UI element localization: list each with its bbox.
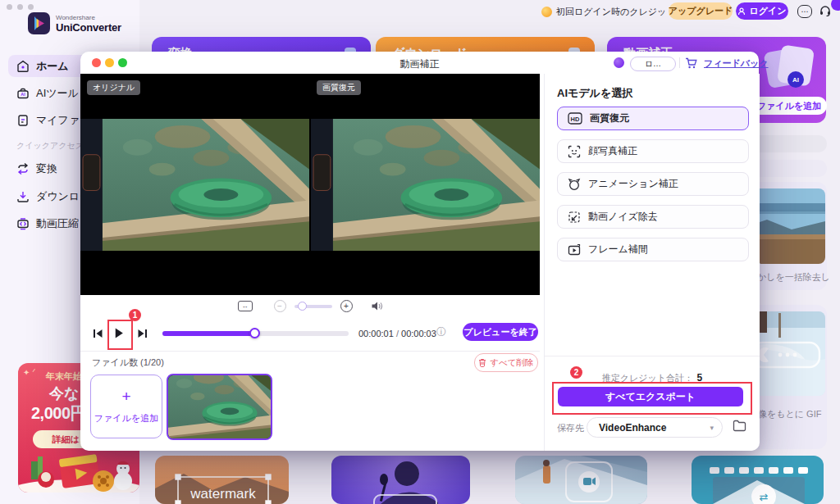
cart-icon[interactable]	[685, 57, 697, 69]
model-option-frame-interpolation[interactable]: フレーム補間	[557, 238, 749, 261]
promo-illustration	[18, 448, 139, 493]
bg-card-remove-watermark[interactable]: watermark	[155, 456, 289, 504]
add-files-tile[interactable]: + ファイルを追加	[90, 375, 162, 438]
svg-text:HD: HD	[571, 116, 580, 123]
seek-bar-fill	[162, 331, 254, 336]
watermark-scene: watermark	[155, 456, 289, 504]
credit-coin-icon	[614, 57, 624, 68]
time-total: 00:00:03	[401, 329, 436, 338]
volume-icon[interactable]	[371, 301, 383, 311]
open-folder-button[interactable]	[733, 420, 746, 432]
sidebar-item-label: 変換	[36, 161, 57, 176]
export-all-label: すべてエクスポート	[605, 390, 696, 404]
dialog-login-button[interactable]: ロ…	[630, 57, 676, 71]
bg-add-files-label: ファイルを追加	[757, 100, 821, 112]
bg-caption-watermark: 透かしを一括除去し	[748, 271, 830, 284]
feedback-link[interactable]: フィードバック	[704, 57, 769, 70]
window-close-button[interactable]	[7, 4, 12, 10]
frame-interp-icon	[568, 243, 581, 257]
preview-enhanced-frame	[311, 119, 540, 251]
app-root: Wondershare UniConverter ホーム AI AIツール マイ…	[0, 0, 840, 504]
end-preview-button[interactable]: プレビューを終了	[463, 323, 538, 341]
file-thumbnail[interactable]	[167, 374, 272, 440]
dialog-titlebar: 動画補正 ロ… フィードバック	[80, 52, 759, 74]
fireworks-icon: ✦ ᐟ	[23, 368, 35, 377]
watermark-text: watermark	[189, 486, 256, 502]
save-location-value: VideoEnhance	[599, 422, 666, 434]
model-label: フレーム補間	[588, 243, 648, 257]
zoom-slider[interactable]	[294, 305, 332, 308]
convert-icon	[16, 162, 30, 175]
zoom-out-button[interactable]: −	[274, 300, 286, 312]
annotation-step1-badge: 1	[129, 309, 141, 321]
time-display: 00:00:01 / 00:00:03	[358, 329, 436, 338]
panel-divider	[545, 356, 760, 356]
seek-bar-knob[interactable]	[249, 328, 260, 338]
model-option-quality-restore[interactable]: HD 画質復元	[557, 107, 749, 130]
sidebar-item-home[interactable]: ホーム	[16, 59, 69, 74]
bg-card-format-convert[interactable]: ⇄	[692, 456, 824, 504]
window-minimize-button[interactable]	[17, 4, 23, 10]
info-icon[interactable]: ⓘ	[436, 327, 446, 337]
upgrade-label: アップグレード	[669, 5, 733, 17]
ai-tools-icon: AI	[16, 87, 30, 100]
video-enhance-dialog: 動画補正 ロ… フィードバック オリジナル 画質復元 ↔ −	[80, 52, 759, 451]
sidebar-item-label: AIツール	[36, 86, 79, 101]
window-controls[interactable]	[7, 4, 34, 10]
sidebar-item-label: ホーム	[36, 59, 69, 74]
support-headset-icon[interactable]	[819, 4, 832, 17]
video-preview[interactable]: オリジナル 画質復元	[80, 74, 540, 295]
window-zoom-button[interactable]	[28, 4, 34, 10]
filmstrip-scene: ⇄	[692, 456, 824, 504]
previous-frame-button[interactable]	[92, 328, 104, 339]
sidebar-item-ai-tools[interactable]: AI AIツール	[16, 86, 79, 101]
sidebar-item-convert[interactable]: 変換	[16, 161, 57, 176]
export-all-button[interactable]: すべてエクスポート	[558, 387, 743, 406]
uniconverter-logo-icon	[28, 12, 50, 34]
enhance-card-illustration: AI	[763, 43, 814, 91]
titlebar-divider	[679, 57, 680, 68]
zoom-in-button[interactable]: +	[340, 300, 353, 312]
fit-screen-icon[interactable]: ↔	[238, 301, 253, 311]
save-location-dropdown[interactable]: VideoEnhance ▾	[587, 417, 723, 438]
upgrade-button[interactable]: アップグレード	[669, 2, 733, 20]
preview-label-enhanced: 画質復元	[317, 80, 361, 95]
ai-model-panel: AIモデルを選択 HD 画質復元 顔写真補正	[544, 74, 760, 451]
video-compress-icon	[16, 217, 30, 230]
time-separator: /	[396, 329, 399, 338]
bg-card-hiker[interactable]	[515, 456, 647, 504]
file-thumbnail-image	[168, 375, 271, 438]
brand-line2: UniConverter	[56, 21, 121, 34]
home-icon	[16, 60, 30, 73]
end-preview-label: プレビューを終了	[463, 326, 536, 338]
singer-scene	[331, 456, 470, 504]
model-option-face-enhance[interactable]: 顔写真補正	[557, 139, 749, 163]
seek-bar[interactable]	[162, 331, 349, 336]
info-glyph: ⓘ	[436, 326, 446, 338]
sidebar-section-label: クイックアクセス	[16, 140, 84, 152]
feedback-bubble-icon[interactable]: ⋯	[797, 5, 812, 18]
download-icon	[16, 190, 30, 203]
model-label: アニメーション補正	[588, 177, 678, 191]
bg-add-files-button[interactable]: ファイルを追加	[751, 97, 827, 115]
model-option-denoise[interactable]: 動画ノイズ除去	[557, 205, 749, 229]
corner-avatar-icon[interactable]	[831, 0, 840, 11]
next-frame-button[interactable]	[136, 328, 148, 339]
bg-card-singer[interactable]	[331, 456, 470, 504]
trash-icon	[478, 358, 486, 367]
sidebar-item-label: 動画圧縮	[36, 216, 79, 231]
plus-icon: +	[121, 388, 130, 404]
dialog-login-label: ロ…	[645, 58, 661, 70]
save-to-label: 保存先	[557, 422, 584, 434]
login-button[interactable]: ログイン	[736, 2, 788, 20]
anime-face-icon	[568, 178, 581, 191]
sidebar-item-video-compress[interactable]: 動画圧縮	[16, 216, 79, 231]
login-label: ログイン	[749, 5, 786, 17]
zoom-slider-knob[interactable]	[298, 302, 307, 311]
hiker-scene	[515, 456, 647, 504]
model-option-animation-enhance[interactable]: アニメーション補正	[557, 172, 749, 196]
chevron-down-icon: ▾	[710, 424, 714, 432]
delete-all-label: すべて削除	[490, 357, 533, 369]
delete-all-button[interactable]: すべて削除	[474, 353, 538, 372]
play-button[interactable]	[112, 327, 125, 339]
